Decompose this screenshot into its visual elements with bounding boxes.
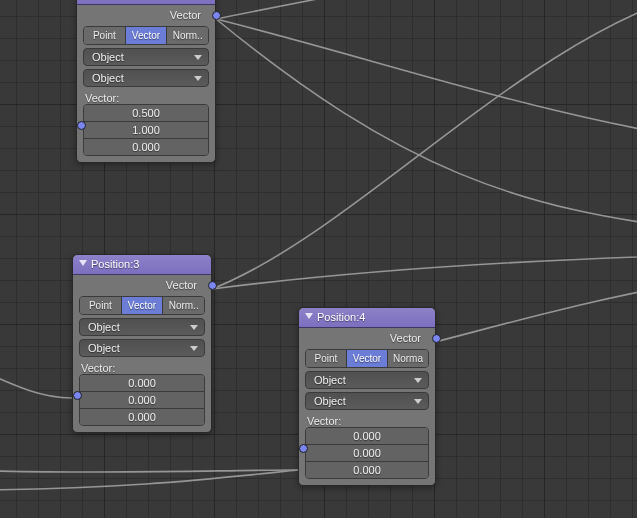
vector-label: Vector: bbox=[83, 90, 209, 104]
type-segmented[interactable]: Point Vector Norma bbox=[305, 349, 429, 368]
select-from[interactable]: Object bbox=[83, 48, 209, 66]
select-from[interactable]: Object bbox=[305, 371, 429, 389]
vector-xyz[interactable]: 0.000 0.000 0.000 bbox=[79, 374, 205, 426]
output-socket[interactable] bbox=[432, 334, 441, 343]
seg-point[interactable]: Point bbox=[306, 350, 347, 367]
seg-normal[interactable]: Norm.. bbox=[167, 27, 208, 44]
vector-x[interactable]: 0.500 bbox=[84, 105, 208, 121]
seg-vector[interactable]: Vector bbox=[122, 297, 164, 314]
vector-xyz[interactable]: 0.500 1.000 0.000 bbox=[83, 104, 209, 156]
output-vector-row: Vector bbox=[77, 5, 215, 24]
output-label: Vector bbox=[166, 279, 197, 291]
vector-label: Vector: bbox=[305, 413, 429, 427]
node-header[interactable]: Position:4 bbox=[299, 308, 435, 328]
vector-x[interactable]: 0.000 bbox=[306, 428, 428, 444]
node-title: Position:3 bbox=[91, 258, 139, 270]
seg-point[interactable]: Point bbox=[84, 27, 126, 44]
seg-vector[interactable]: Vector bbox=[126, 27, 168, 44]
node-title: Position:4 bbox=[317, 311, 365, 323]
node-header[interactable]: Position:3 bbox=[73, 255, 211, 275]
vector-y[interactable]: 0.000 bbox=[306, 444, 428, 461]
seg-normal[interactable]: Norma bbox=[388, 350, 428, 367]
select-from[interactable]: Object bbox=[79, 318, 205, 336]
node-position-3[interactable]: Position:3 Vector Point Vector Norm.. Ob… bbox=[72, 254, 212, 433]
select-from-value: Object bbox=[88, 321, 120, 333]
chevron-down-icon bbox=[190, 346, 198, 351]
vector-z[interactable]: 0.000 bbox=[84, 138, 208, 155]
input-socket[interactable] bbox=[299, 444, 308, 453]
select-to-value: Object bbox=[88, 342, 120, 354]
output-label: Vector bbox=[170, 9, 201, 21]
chevron-down-icon bbox=[414, 378, 422, 383]
output-socket[interactable] bbox=[212, 11, 221, 20]
vector-z[interactable]: 0.000 bbox=[80, 408, 204, 425]
output-socket[interactable] bbox=[208, 281, 217, 290]
collapse-icon[interactable] bbox=[79, 260, 87, 266]
chevron-down-icon bbox=[414, 399, 422, 404]
vector-label: Vector: bbox=[79, 360, 205, 374]
input-socket[interactable] bbox=[77, 121, 86, 130]
select-to-value: Object bbox=[92, 72, 124, 84]
select-from-value: Object bbox=[314, 374, 346, 386]
select-to[interactable]: Object bbox=[83, 69, 209, 87]
type-segmented[interactable]: Point Vector Norm.. bbox=[83, 26, 209, 45]
select-from-value: Object bbox=[92, 51, 124, 63]
output-vector-row: Vector bbox=[299, 328, 435, 347]
vector-y[interactable]: 1.000 bbox=[84, 121, 208, 138]
select-to[interactable]: Object bbox=[305, 392, 429, 410]
type-segmented[interactable]: Point Vector Norm.. bbox=[79, 296, 205, 315]
seg-normal[interactable]: Norm.. bbox=[163, 297, 204, 314]
vector-z[interactable]: 0.000 bbox=[306, 461, 428, 478]
input-socket[interactable] bbox=[73, 391, 82, 400]
select-to[interactable]: Object bbox=[79, 339, 205, 357]
vector-x[interactable]: 0.000 bbox=[80, 375, 204, 391]
chevron-down-icon bbox=[194, 55, 202, 60]
output-label: Vector bbox=[390, 332, 421, 344]
seg-vector[interactable]: Vector bbox=[347, 350, 388, 367]
vector-xyz[interactable]: 0.000 0.000 0.000 bbox=[305, 427, 429, 479]
node-position-2[interactable]: Position:2 Vector Point Vector Norm.. Ob… bbox=[76, 0, 216, 163]
seg-point[interactable]: Point bbox=[80, 297, 122, 314]
select-to-value: Object bbox=[314, 395, 346, 407]
node-position-4[interactable]: Position:4 Vector Point Vector Norma Obj… bbox=[298, 307, 436, 486]
chevron-down-icon bbox=[194, 76, 202, 81]
collapse-icon[interactable] bbox=[305, 313, 313, 319]
chevron-down-icon bbox=[190, 325, 198, 330]
output-vector-row: Vector bbox=[73, 275, 211, 294]
vector-y[interactable]: 0.000 bbox=[80, 391, 204, 408]
